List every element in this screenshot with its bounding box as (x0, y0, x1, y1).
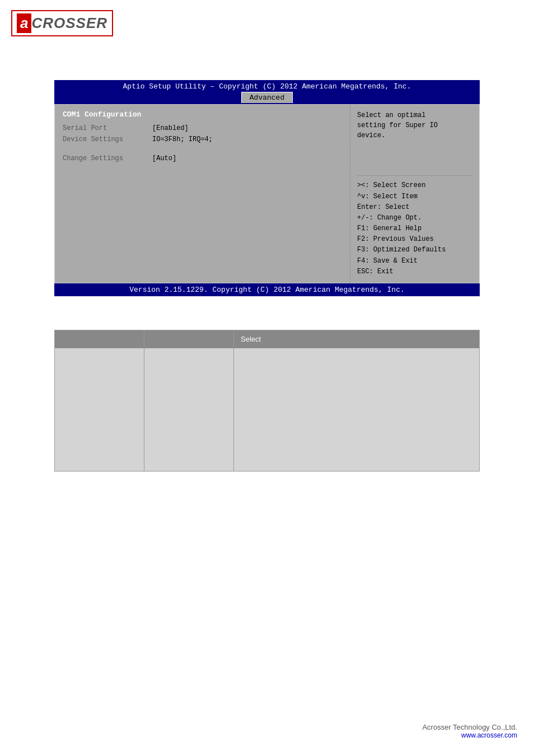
bios-title-bar: Aptio Setup Utility – Copyright (C) 2012… (54, 80, 480, 92)
bios-section-title: COM1 Configuration (63, 110, 342, 119)
logo-a-letter: a (17, 13, 31, 33)
key-enter-select: Enter: Select (357, 202, 472, 213)
bios-body: COM1 Configuration Serial Port [Enabled]… (54, 104, 480, 283)
bios-tab-bar: Advanced (54, 92, 480, 104)
key-select-screen: ><: Select Screen (357, 180, 472, 191)
bios-key-help: ><: Select Screen ^v: Select Item Enter:… (357, 180, 472, 277)
bios-row-serial-port: Serial Port [Enabled] (63, 124, 342, 132)
bios-value-device-settings: IO=3F8h; IRQ=4; (152, 136, 213, 143)
footer-website[interactable]: www.acrosser.com (422, 731, 517, 739)
bios-left-panel: COM1 Configuration Serial Port [Enabled]… (55, 105, 350, 283)
key-select-item: ^v: Select Item (357, 192, 472, 202)
data-table-container: Select (54, 330, 480, 472)
key-optimized-defaults: F3: Optimized Defaults (357, 245, 472, 255)
bios-footer-text: Version 2.15.1229. Copyright (C) 2012 Am… (129, 286, 404, 294)
bios-footer: Version 2.15.1229. Copyright (C) 2012 Am… (54, 283, 480, 296)
bios-value-change-settings[interactable]: [Auto] (152, 155, 176, 162)
logo-brand-name: CROSSER (31, 15, 107, 32)
key-esc-exit: ESC: Exit (357, 267, 472, 277)
key-save-exit: F4: Save & Exit (357, 256, 472, 267)
page-footer: Acrosser Technology Co.,Ltd. www.acrosse… (422, 723, 517, 739)
logo-box: a CROSSER (11, 10, 113, 36)
table-cell-2 (144, 348, 234, 472)
bios-value-serial-port[interactable]: [Enabled] (152, 124, 189, 132)
table-row (55, 348, 480, 472)
table-cell-3 (234, 348, 480, 472)
bios-help-text: Select an optimalsetting for Super IOdev… (357, 110, 472, 171)
table-header-col2 (144, 330, 234, 348)
table-header-col3[interactable]: Select (234, 330, 480, 348)
bios-label-change-settings: Change Settings (63, 155, 152, 162)
bios-row-change-settings: Change Settings [Auto] (63, 155, 342, 162)
bios-tab-advanced[interactable]: Advanced (241, 92, 293, 103)
data-table: Select (54, 330, 480, 472)
table-header-row: Select (55, 330, 480, 348)
bios-right-panel: Select an optimalsetting for Super IOdev… (350, 105, 479, 283)
key-change-opt: +/-: Change Opt. (357, 213, 472, 223)
bios-row-device-settings: Device Settings IO=3F8h; IRQ=4; (63, 136, 342, 143)
footer-company: Acrosser Technology Co.,Ltd. (422, 723, 517, 731)
bios-title-text: Aptio Setup Utility – Copyright (C) 2012… (123, 82, 411, 91)
bios-divider (357, 175, 472, 176)
table-cell-1 (55, 348, 144, 472)
key-previous-values: F2: Previous Values (357, 234, 472, 245)
table-header-col1 (55, 330, 144, 348)
bios-label-device-settings: Device Settings (63, 136, 152, 143)
bios-frame: Aptio Setup Utility – Copyright (C) 2012… (54, 80, 480, 296)
key-general-help: F1: General Help (357, 223, 472, 234)
logo-area: a CROSSER (0, 0, 534, 46)
bios-label-serial-port: Serial Port (63, 124, 152, 132)
